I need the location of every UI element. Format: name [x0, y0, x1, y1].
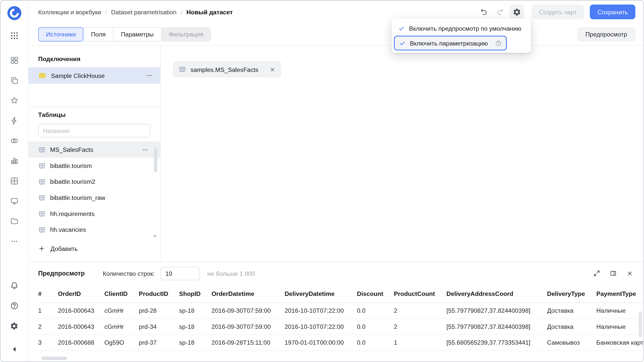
preview-cell: Наличные	[596, 319, 644, 335]
clickhouse-icon	[38, 71, 47, 80]
preview-cell: 0.0	[357, 319, 394, 335]
check-icon	[398, 25, 405, 32]
preview-cell: 2	[394, 302, 447, 319]
notifications-button[interactable]	[5, 277, 23, 295]
preview-cell: sp-18	[179, 335, 212, 351]
preview-cell: prd-34	[139, 319, 179, 335]
remove-source-button[interactable]	[269, 66, 275, 72]
table-item-bibattle-tourism[interactable]: bibattle.tourism	[28, 158, 160, 174]
gear-icon	[10, 322, 18, 330]
table-item-ms-salesfacts[interactable]: MS_SalesFacts	[28, 142, 160, 158]
dock-preview-button[interactable]	[607, 267, 620, 280]
row-count-input[interactable]	[160, 266, 200, 280]
table-item-label: bibattle.tourism2	[50, 178, 95, 185]
redo-button[interactable]	[493, 5, 508, 19]
source-chip[interactable]: samples.MS_SalesFacts	[173, 61, 281, 77]
menu-item-label: Включить предпросмотр по умолчанию	[409, 25, 521, 32]
table-icon	[38, 226, 46, 233]
preview-cell: 0.0	[357, 335, 394, 351]
tab-sources[interactable]: Источники	[38, 27, 84, 41]
tab-fields[interactable]: Поля	[83, 27, 113, 41]
table-item-bibattle-tourism-raw[interactable]: bibattle.tourism_raw	[28, 190, 160, 206]
tab-filtering[interactable]: Фильтрация	[161, 27, 211, 41]
preview-cell: [55.680565239,37.773353441]	[447, 335, 547, 351]
table-item-bibattle-tourism2[interactable]: bibattle.tourism2	[28, 174, 160, 190]
menu-item-enable-preview-default[interactable]: Включить предпросмотр по умолчанию	[394, 21, 529, 36]
rail-bottom-group	[5, 277, 23, 358]
create-chart-button[interactable]: Создать чарт	[532, 5, 584, 19]
connection-menu-button[interactable]	[145, 72, 153, 79]
apps-grid-icon	[10, 31, 19, 40]
table-item-label: bibattle.tourism_raw	[50, 194, 105, 201]
preview-vertical-scrollbar-thumb[interactable]	[639, 311, 642, 337]
tab-parameters[interactable]: Параметры	[113, 27, 162, 41]
column-header: PaymentType	[596, 285, 644, 302]
datalens-logo[interactable]	[6, 5, 23, 22]
save-button[interactable]: Сохранить	[590, 5, 635, 19]
circles-icon	[10, 136, 19, 145]
source-chip-label: samples.MS_SalesFacts	[191, 66, 258, 73]
preview-horizontal-scrollbar-thumb[interactable]	[42, 357, 67, 360]
column-header: DeliveryDatetime	[285, 285, 357, 302]
collections-stack-icon	[10, 76, 19, 85]
left-rail	[1, 1, 28, 362]
undo-icon	[480, 8, 488, 16]
preview-cell: 2016-10-10T07:22:00	[285, 319, 357, 335]
preview-cell: 1970-01-01T00:00:00	[285, 335, 357, 351]
nav-operations[interactable]	[5, 112, 23, 130]
undo-button[interactable]	[476, 5, 491, 19]
grid-table-icon	[10, 176, 19, 186]
table-search-input[interactable]	[38, 124, 150, 138]
expand-preview-button[interactable]	[590, 267, 603, 280]
parametrisation-help-button[interactable]	[495, 40, 502, 47]
ellipsis-icon	[141, 146, 149, 153]
toggle-preview-button[interactable]: Предпросмотр	[577, 27, 635, 42]
table-menu-button[interactable]	[141, 146, 149, 153]
nav-dashboards[interactable]	[5, 192, 23, 210]
connection-item[interactable]: Sample ClickHouse	[28, 67, 160, 84]
table-item-hh-vacancies[interactable]: hh.vacancies	[28, 222, 160, 238]
add-table-button[interactable]: Добавить	[28, 240, 88, 256]
split-panel-icon	[610, 270, 617, 277]
preview-cell: 2016-000643	[58, 302, 104, 319]
gear-icon	[512, 8, 521, 16]
nav-connections[interactable]	[5, 132, 23, 150]
preview-cell: cGmHr	[104, 302, 139, 319]
app-window: Коллекции и воркбуки / Dataset parametri…	[0, 0, 644, 362]
preview-cell: prd-28	[139, 302, 179, 319]
preview-cell: 1	[38, 302, 58, 319]
datalens-logo-icon	[6, 5, 22, 21]
breadcrumb-separator: /	[105, 8, 107, 15]
check-icon	[399, 40, 406, 47]
content-row: Подключения Sample ClickHouse	[28, 46, 644, 261]
expand-icon	[593, 270, 600, 277]
apps-grid-button[interactable]	[5, 27, 23, 45]
nav-files[interactable]	[5, 212, 23, 230]
nav-datasets[interactable]	[5, 172, 23, 190]
nav-collections[interactable]	[5, 71, 23, 89]
nav-charts[interactable]	[5, 152, 23, 170]
rail-settings-button[interactable]	[5, 317, 23, 335]
dataset-settings-button[interactable]	[509, 5, 524, 19]
menu-item-enable-parametrisation[interactable]: Включить параметризацию	[394, 36, 507, 51]
star-icon	[10, 96, 19, 105]
preview-cell: 2016-10-10T07:22:00	[285, 302, 357, 319]
nav-favorites[interactable]	[5, 92, 23, 110]
breadcrumb-collections[interactable]: Коллекции и воркбуки	[38, 8, 101, 15]
sources-canvas: samples.MS_SalesFacts	[160, 46, 643, 261]
close-preview-button[interactable]	[623, 267, 636, 280]
collapse-sidebar-button[interactable]	[5, 340, 23, 358]
breadcrumb-workbook[interactable]: Dataset parametrisation	[111, 8, 177, 15]
preview-row: 2 2016-000643 cGmHr prd-34 sp-18 2016-09…	[38, 319, 644, 335]
preview-row: 3 2016-000688 Og59O prd-37 sp-18 2016-09…	[38, 335, 644, 351]
table-search-wrap	[28, 123, 160, 142]
table-item-hh-requirements[interactable]: hh.requirements	[28, 206, 160, 222]
tables-scrollbar-thumb[interactable]	[154, 148, 157, 172]
nav-tiles[interactable]	[5, 51, 23, 69]
nav-more[interactable]	[5, 232, 23, 250]
help-button[interactable]	[5, 297, 23, 315]
scroll-down-caret[interactable]	[153, 235, 157, 238]
preview-cell: sp-18	[179, 319, 212, 335]
preview-cell: [55.797790827,37.824400398]	[447, 302, 547, 319]
tabs-bar: Источники Поля Параметры Фильтрация Пред…	[28, 23, 644, 46]
